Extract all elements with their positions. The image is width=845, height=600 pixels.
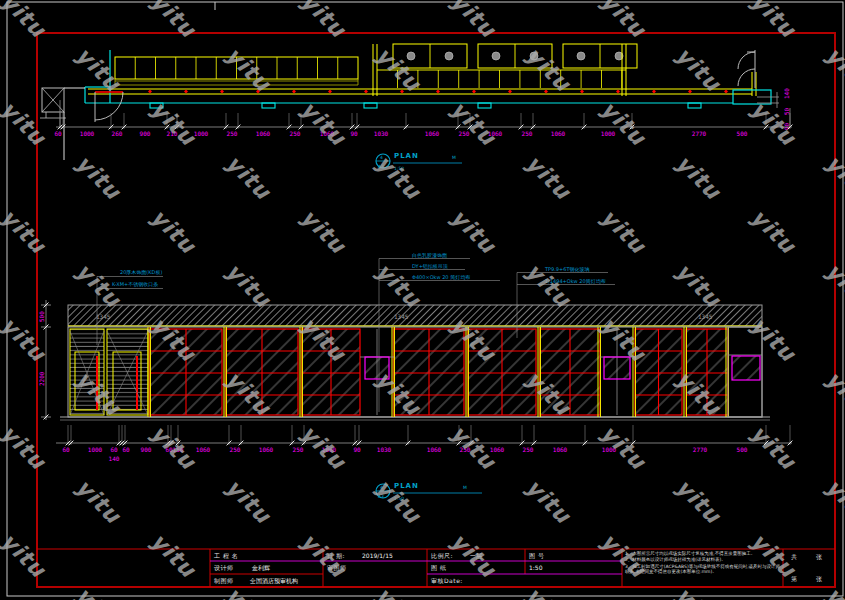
band-label: 1345 bbox=[394, 313, 409, 320]
dim-label: 500 bbox=[737, 130, 748, 137]
dim-label: 1000 bbox=[602, 446, 617, 453]
wall-marker bbox=[544, 90, 548, 94]
annotation-text: DY+铝扣板吊顶 bbox=[412, 263, 448, 270]
plan-dimension-row: 6010002609002101000250106025010609010301… bbox=[54, 113, 792, 137]
titleblock-pages: 张 bbox=[816, 575, 823, 582]
dim-label: 1060 bbox=[196, 446, 211, 453]
plan-side-dim: 140 bbox=[783, 88, 790, 99]
titleblock-project-label: 工 程 名 bbox=[214, 552, 238, 559]
dim-label: 250 bbox=[460, 446, 471, 453]
plan-side-dims bbox=[757, 92, 779, 108]
dim-label: 60 bbox=[62, 446, 70, 453]
wall-marker bbox=[220, 90, 224, 94]
wall-marker bbox=[256, 90, 260, 94]
wall-marker bbox=[292, 90, 296, 94]
dim-label: 1030 bbox=[377, 446, 392, 453]
plan-title-bubble-bottom: A3 bbox=[378, 164, 384, 169]
titleblock-checker-label: 审图师 bbox=[327, 564, 347, 571]
plan-title-suffix: M bbox=[452, 155, 456, 160]
burner-circle bbox=[492, 52, 500, 60]
titleblock-drafter-value: 全国酒店预审机构 bbox=[250, 577, 298, 584]
dim-label: 250 bbox=[290, 130, 301, 137]
note-line: 2、材料颜色以设计师现场封样为准(详见材料表)。 bbox=[625, 557, 781, 562]
wall-marker bbox=[688, 90, 692, 94]
dim-label: 1000 bbox=[88, 446, 103, 453]
titleblock-audit-label: 审核Date: bbox=[431, 577, 463, 584]
elevation-title: 4 A3 PLAN 1:50 M bbox=[376, 482, 482, 501]
dim-label: 260 bbox=[112, 130, 123, 137]
louver-bays bbox=[70, 329, 148, 415]
dim-label: 250 bbox=[459, 130, 470, 137]
wall-marker bbox=[328, 90, 332, 94]
burner-circle bbox=[530, 52, 538, 60]
elevation-title-bubble-bottom: A3 bbox=[378, 494, 384, 499]
dim-label: 210 bbox=[167, 130, 178, 137]
dim-label: 1060 bbox=[488, 130, 503, 137]
annotation-text: TP9.9+6T钢化玻璃 bbox=[544, 266, 589, 273]
plan-title: 4 A3 PLAN 1:50 M bbox=[376, 152, 462, 171]
dim-label: 250 bbox=[522, 130, 533, 137]
dim-label: 250 bbox=[230, 446, 241, 453]
elevation-title-label: PLAN bbox=[394, 482, 419, 490]
titleblock-scale-value: 一层 bbox=[470, 552, 482, 559]
plan-side-dim: 90 bbox=[783, 122, 790, 130]
wall-marker bbox=[400, 90, 404, 94]
dim-label: 1060 bbox=[322, 446, 337, 453]
titleblock-pages: 第 bbox=[791, 575, 798, 582]
titleblock-notes: 1、本图所示尺寸均以现场实际尺寸复核为准,不得直接量图施工。 2、材料颜色以设计… bbox=[625, 551, 781, 576]
titleblock-pages: 张 bbox=[816, 553, 823, 560]
wall-marker bbox=[472, 90, 476, 94]
dim-label: 250 bbox=[227, 130, 238, 137]
glazing-bays bbox=[150, 329, 728, 415]
height-dim: 2200 bbox=[38, 371, 45, 386]
titleblock-pages: 共 bbox=[791, 553, 798, 560]
titleblock-designer-value: 金利辉 bbox=[252, 564, 270, 571]
sub-dim: 140 bbox=[109, 455, 120, 462]
titleblock-designer-label: 设计师 bbox=[214, 564, 234, 571]
dim-label: 90 bbox=[350, 130, 358, 137]
dim-label: 1060 bbox=[551, 130, 566, 137]
dim-label: 1060 bbox=[259, 446, 274, 453]
dim-label: 60 bbox=[122, 446, 130, 453]
elevation-title-suffix: M bbox=[463, 485, 467, 490]
dim-label: 1060 bbox=[490, 446, 505, 453]
dim-label: 1060 bbox=[256, 130, 271, 137]
height-dim: 500 bbox=[38, 311, 45, 322]
annotation-text: 1/1494+Okw 20筒灯均布 bbox=[545, 278, 606, 285]
counter-top-boxes bbox=[373, 44, 756, 96]
annotation-text: Φ400×Okw 20 筒灯均布 bbox=[412, 274, 470, 281]
dim-label: 900 bbox=[141, 446, 152, 453]
band-label: 1345 bbox=[96, 313, 111, 320]
dim-label: 1000 bbox=[194, 130, 209, 137]
wall-marker bbox=[616, 90, 620, 94]
note-line: 3、施工时如遇尺寸(ACP&ABS)等与现场放线不符或有疑问时,请及时与设计师联… bbox=[625, 564, 781, 575]
dim-label: 1000 bbox=[80, 130, 95, 137]
wall-marker bbox=[508, 90, 512, 94]
band-label: 1345 bbox=[698, 313, 713, 320]
plan-title-label: PLAN bbox=[394, 152, 419, 160]
plan-side-dim: 50 bbox=[783, 107, 790, 115]
annotation-text: 20厚木饰面(KD板) bbox=[120, 269, 162, 276]
cad-sheet: 140 50 90 601000260900210100025010602501… bbox=[0, 0, 845, 600]
dim-label: 90 bbox=[353, 446, 361, 453]
note-line: 1、本图所示尺寸均以现场实际尺寸复核为准,不得直接量图施工。 bbox=[625, 551, 781, 556]
elevation-view: 1345 1345 1345 bbox=[38, 252, 792, 502]
dim-label: 2770 bbox=[692, 130, 707, 137]
wall-marker bbox=[580, 90, 584, 94]
titleblock-scale-label: 比例尺: bbox=[431, 552, 453, 559]
dim-label: 250 bbox=[293, 446, 304, 453]
dim-label: 60 bbox=[54, 130, 62, 137]
elevation-dimension-row: 6010006060900601501060250106025010609010… bbox=[56, 425, 792, 453]
burner-circle bbox=[577, 52, 585, 60]
wall-marker bbox=[652, 90, 656, 94]
wall-marker bbox=[724, 90, 728, 94]
titleblock-date-label: 日 期: bbox=[327, 552, 345, 559]
dim-label: 1060 bbox=[427, 446, 442, 453]
titleblock-sheetno-label: 图 号 bbox=[529, 552, 544, 559]
titleblock-drawing-label: 图 纸 bbox=[431, 564, 446, 571]
sheet-border bbox=[7, 2, 843, 596]
elevation-title-scale: 1:50 bbox=[394, 496, 404, 501]
dim-label: 250 bbox=[523, 446, 534, 453]
dim-label: 900 bbox=[140, 130, 151, 137]
dim-label: 1060 bbox=[425, 130, 440, 137]
